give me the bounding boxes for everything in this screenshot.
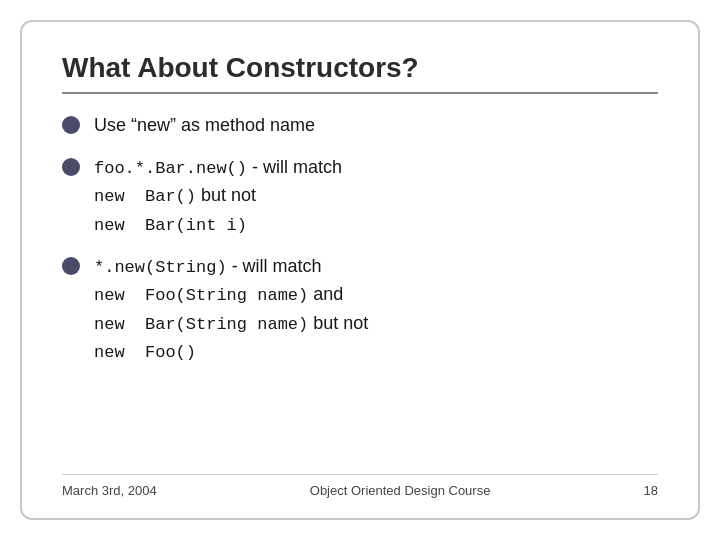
footer-page: 18 (644, 483, 658, 498)
bullet-text-1: Use “new” as method name (94, 112, 315, 140)
footer-course: Object Oriented Design Course (310, 483, 491, 498)
code-3b: new Foo(String name) (94, 286, 308, 305)
bullet-dot-2 (62, 158, 80, 176)
slide: What About Constructors? Use “new” as me… (20, 20, 700, 520)
code-2a: foo.*.Bar.new() (94, 159, 247, 178)
bullet-item-2: foo.*.Bar.new() - will match new Bar() b… (62, 154, 658, 239)
bullet-text-2: foo.*.Bar.new() - will match new Bar() b… (94, 154, 342, 239)
bullet-text-3: *.new(String) - will match new Foo(Strin… (94, 253, 368, 366)
slide-content: Use “new” as method name foo.*.Bar.new()… (62, 112, 658, 470)
slide-footer: March 3rd, 2004 Object Oriented Design C… (62, 474, 658, 498)
code-2c: new Bar(int i) (94, 216, 247, 235)
code-3c: new Bar(String name) (94, 315, 308, 334)
title-divider (62, 92, 658, 94)
slide-title: What About Constructors? (62, 52, 658, 84)
code-2b: new Bar() (94, 187, 196, 206)
footer-date: March 3rd, 2004 (62, 483, 157, 498)
bullet-dot-1 (62, 116, 80, 134)
bullet-dot-3 (62, 257, 80, 275)
code-3d: new Foo() (94, 343, 196, 362)
code-3a: *.new(String) (94, 258, 227, 277)
bullet-item-3: *.new(String) - will match new Foo(Strin… (62, 253, 658, 366)
bullet-item-1: Use “new” as method name (62, 112, 658, 140)
